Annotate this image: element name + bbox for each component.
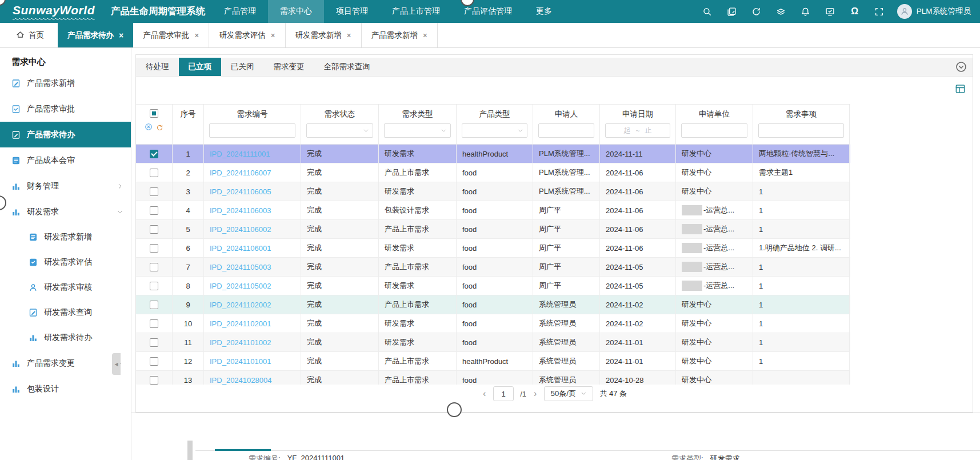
collapse-panel-icon[interactable] [955, 61, 967, 73]
cell-code[interactable]: IPD_20241102001 [204, 314, 301, 333]
bell-icon[interactable] [801, 6, 811, 17]
requirement-link[interactable]: IPD_20241106005 [210, 187, 271, 196]
status-tab-2[interactable]: 已关闭 [221, 58, 264, 76]
sidebar-item-5-0[interactable]: 研发需求新增 [0, 225, 131, 250]
top-menu-item-0[interactable]: 产品管理 [212, 0, 268, 23]
table-row[interactable]: 6IPD_20241106001完成研发需求food周广平2024-11-06-… [136, 239, 850, 258]
row-checkbox[interactable] [150, 357, 158, 366]
table-row[interactable]: 10IPD_20241102001完成研发需求food系统管理员2024-11-… [136, 314, 850, 333]
sidebar-item-5-3[interactable]: 研发需求查询 [0, 300, 131, 325]
requirement-link[interactable]: IPD_20241106002 [210, 225, 271, 234]
sidebar-item-4[interactable]: 财务管理 [0, 173, 131, 199]
row-checkbox[interactable] [150, 301, 158, 309]
sidebar-item-0[interactable]: 产品需求新增 [0, 70, 131, 96]
filter-date[interactable]: 起~止 [605, 123, 670, 138]
table-row[interactable]: 9IPD_20241102002完成产品上市需求food系统管理员2024-11… [136, 295, 850, 314]
requirement-link[interactable]: IPD_20241101001 [210, 357, 271, 366]
table-row[interactable]: 12IPD_20241101001完成产品上市需求healthProduct系统… [136, 352, 850, 371]
status-tab-3[interactable]: 需求变更 [264, 58, 314, 76]
splitter-handle[interactable] [447, 402, 462, 417]
table-row[interactable]: 7IPD_20241105003完成产品上市需求food周广平2024-11-0… [136, 258, 850, 277]
filter-product[interactable] [462, 123, 527, 138]
omega-icon[interactable]: Ω [850, 6, 860, 17]
row-checkbox[interactable] [150, 338, 158, 347]
reset-filter-icon[interactable] [156, 123, 163, 131]
page-size-select[interactable]: 50条/页 [544, 386, 593, 401]
row-checkbox[interactable] [150, 169, 158, 177]
cell-code[interactable]: IPD_20241105002 [204, 277, 301, 295]
sidebar-item-6[interactable]: 产品需求变更 [0, 350, 131, 376]
table-row[interactable]: 2IPD_20241106007完成产品上市需求foodPLM系统管理...20… [136, 163, 850, 182]
sidebar-item-1[interactable]: 产品需求审批 [0, 96, 131, 122]
requirement-link[interactable]: IPD_20241111001 [210, 150, 270, 158]
sidebar-item-5-4[interactable]: 研发需求待办 [0, 325, 131, 350]
open-tab-1[interactable]: 产品需求审批× [133, 23, 209, 47]
row-checkbox[interactable] [150, 263, 158, 271]
cell-code[interactable]: IPD_20241106001 [204, 239, 301, 257]
requirement-link[interactable]: IPD_20241102002 [210, 301, 271, 309]
requirement-link[interactable]: IPD_20241106007 [210, 169, 271, 177]
row-checkbox[interactable] [150, 187, 158, 196]
requirement-link[interactable]: IPD_20241028004 [210, 376, 271, 385]
table-row[interactable]: 5IPD_20241106002完成产品上市需求food周广平2024-11-0… [136, 220, 850, 239]
filter-applicant[interactable] [538, 123, 594, 138]
next-page-button[interactable]: › [533, 389, 538, 399]
top-menu-item-2[interactable]: 项目管理 [324, 0, 380, 23]
sidebar-item-7[interactable]: 包装设计 [0, 376, 131, 402]
sidebar-item-3[interactable]: 产品成本会审 [0, 147, 131, 173]
cell-code[interactable]: IPD_20241028004 [204, 371, 301, 385]
tab-home[interactable]: 首页 [0, 23, 58, 47]
prev-page-button[interactable]: ‹ [482, 389, 487, 399]
top-menu-item-3[interactable]: 产品上市管理 [380, 0, 452, 23]
cell-code[interactable]: IPD_20241106007 [204, 163, 301, 182]
row-checkbox[interactable] [150, 319, 158, 328]
row-checkbox[interactable] [150, 244, 158, 253]
cell-code[interactable]: IPD_20241106005 [204, 182, 301, 201]
filter-status[interactable] [306, 123, 373, 138]
monitor-check-icon[interactable] [825, 6, 835, 17]
fullscreen-icon[interactable] [874, 6, 885, 17]
requirement-link[interactable]: IPD_20241106003 [210, 206, 271, 215]
top-menu-item-5[interactable]: 更多 [524, 0, 564, 23]
close-tab-icon[interactable]: × [423, 31, 427, 40]
refresh-icon[interactable] [751, 6, 762, 17]
cell-code[interactable]: IPD_20241105003 [204, 258, 301, 276]
close-tab-icon[interactable]: × [194, 31, 199, 40]
open-tab-4[interactable]: 产品需求新增× [362, 23, 438, 47]
cell-code[interactable]: IPD_20241102002 [204, 295, 301, 314]
requirement-link[interactable]: IPD_20241105002 [210, 282, 271, 290]
open-tab-3[interactable]: 研发需求新增× [286, 23, 362, 47]
filter-code[interactable] [209, 123, 295, 138]
clear-selection-icon[interactable] [145, 123, 153, 131]
status-tab-1[interactable]: 已立项 [179, 58, 222, 76]
sidebar-item-5[interactable]: 研发需求 [0, 199, 131, 225]
cell-code[interactable]: IPD_20241106003 [204, 201, 301, 219]
filter-type[interactable] [384, 123, 451, 138]
sidebar-item-5-2[interactable]: 研发需求审核 [0, 275, 131, 300]
cell-code[interactable]: IPD_20241101001 [204, 352, 301, 370]
open-tab-0[interactable]: 产品需求待办× [58, 23, 133, 47]
table-row[interactable]: 3IPD_20241106005完成研发需求foodPLM系统管理...2024… [136, 182, 850, 201]
sidebar-item-5-1[interactable]: 研发需求评估 [0, 250, 131, 275]
requirement-link[interactable]: IPD_20241106001 [210, 244, 271, 253]
row-checkbox[interactable] [150, 282, 158, 290]
user-menu[interactable]: PLM系统管理员 [897, 4, 971, 19]
top-menu-item-1[interactable]: 需求中心 [268, 0, 324, 23]
requirement-link[interactable]: IPD_20241102001 [210, 319, 271, 328]
row-checkbox[interactable] [150, 206, 158, 215]
table-row[interactable]: 8IPD_20241105002完成研发需求food周广平2024-11-05-… [136, 277, 850, 295]
status-tab-0[interactable]: 待处理 [136, 58, 179, 76]
layers-icon[interactable] [776, 6, 786, 17]
table-row[interactable]: 1IPD_20241111001完成研发需求healthProductPLM系统… [136, 145, 850, 163]
filter-unit[interactable] [681, 123, 747, 138]
close-tab-icon[interactable]: × [119, 31, 123, 40]
status-tab-4[interactable]: 全部需求查询 [314, 58, 380, 76]
table-row[interactable]: 4IPD_20241106003完成包装设计需求food周广平2024-11-0… [136, 201, 850, 220]
row-checkbox[interactable] [150, 376, 158, 385]
table-row[interactable]: 13IPD_20241028004完成产品上市需求food系统管理员2024-1… [136, 371, 850, 385]
requirement-link[interactable]: IPD_20241105003 [210, 263, 271, 271]
cell-code[interactable]: IPD_20241111001 [204, 145, 301, 163]
sidebar-item-2[interactable]: 产品需求待办 [0, 122, 131, 147]
sidebar-collapse-handle[interactable]: ◀ [112, 353, 121, 375]
column-settings-icon[interactable] [955, 83, 966, 95]
